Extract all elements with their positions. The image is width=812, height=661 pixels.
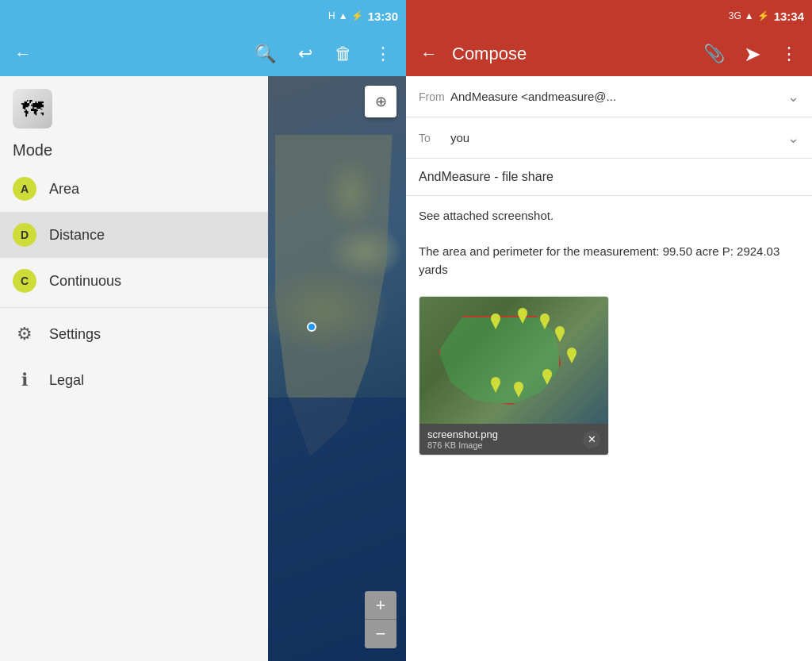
locate-me-button[interactable]: ⊕	[365, 86, 396, 117]
zoom-controls: + −	[365, 591, 396, 648]
distance-label: Distance	[49, 227, 105, 244]
right-panel: 3G ▲ ⚡ 13:34 ← Compose 📎 ➤ ⋮ From AndMea…	[406, 0, 812, 661]
right-status-icons: 3G ▲ ⚡	[729, 10, 769, 21]
logo-icon: 🗺	[21, 96, 44, 122]
signal-icon: ▲	[339, 10, 348, 21]
distance-badge: D	[13, 223, 36, 247]
attachment-footer: screenshot.png 876 KB Image ✕	[419, 424, 608, 455]
from-chevron-icon: ⌄	[787, 88, 799, 106]
signal-icon-right: ▲	[745, 10, 754, 21]
menu-item-legal[interactable]: ℹ Legal	[0, 357, 268, 403]
from-value: AndMeasure <andmeasure@...	[450, 90, 781, 103]
compose-back-button[interactable]: ←	[416, 39, 442, 69]
send-button[interactable]: ➤	[739, 37, 766, 71]
map-satellite-bg: ⊕ + −	[268, 76, 406, 661]
area-badge: A	[13, 177, 36, 201]
pin-7	[514, 388, 523, 398]
zoom-out-button[interactable]: −	[365, 620, 396, 648]
continuous-label: Continuous	[49, 273, 121, 290]
drawer-menu: 🗺 Mode A Area D Distance C	[0, 76, 268, 661]
left-panel: H ▲ ⚡ 13:30 ← 🔍 ↩ 🗑 ⋮ 🗺 Mode A	[0, 0, 406, 661]
more-button[interactable]: ⋮	[370, 39, 396, 69]
left-status-icons: H ▲ ⚡	[328, 10, 363, 21]
compose-more-button[interactable]: ⋮	[776, 39, 802, 69]
settings-label: Settings	[49, 326, 101, 343]
area-label: Area	[49, 181, 79, 198]
menu-item-continuous[interactable]: C Continuous	[0, 258, 268, 304]
compose-body: From AndMeasure <andmeasure@... ⌄ To you…	[406, 76, 812, 661]
pin-8	[491, 383, 500, 393]
settings-icon: ⚙	[13, 322, 36, 346]
battery-icon: ⚡	[351, 10, 363, 21]
to-value[interactable]: you	[450, 131, 781, 144]
left-toolbar: ← 🔍 ↩ 🗑 ⋮	[0, 32, 406, 76]
pin-2	[518, 314, 527, 324]
back-button[interactable]: ←	[10, 39, 36, 69]
right-statusbar: 3G ▲ ⚡ 13:34	[406, 0, 812, 32]
to-field[interactable]: To you ⌄	[406, 117, 812, 159]
wifi-icon: H	[328, 10, 335, 21]
menu-item-distance[interactable]: D Distance	[0, 212, 268, 258]
pin-1	[491, 320, 500, 329]
mode-section-title: Mode	[0, 135, 268, 166]
attachment-thumbnail	[419, 297, 608, 424]
to-label: To	[419, 132, 450, 144]
pin-4	[555, 332, 565, 342]
menu-item-area[interactable]: A Area	[0, 166, 268, 212]
map-position-dot	[307, 322, 316, 332]
legal-icon: ℹ	[13, 368, 36, 392]
zoom-in-button[interactable]: +	[365, 591, 396, 620]
attach-button[interactable]: 📎	[699, 39, 730, 69]
app-logo: 🗺	[13, 89, 52, 129]
right-time: 13:34	[774, 10, 804, 23]
compose-toolbar: ← Compose 📎 ➤ ⋮	[406, 32, 812, 76]
attachment-size: 876 KB Image	[427, 440, 498, 450]
subject-field[interactable]: AndMeasure - file share	[406, 159, 812, 196]
legal-label: Legal	[49, 372, 84, 389]
network-type: 3G	[729, 10, 741, 21]
attachment-filename: screenshot.png	[427, 428, 498, 440]
continuous-badge: C	[13, 269, 36, 293]
compose-title: Compose	[452, 44, 689, 64]
pin-6	[542, 375, 552, 385]
to-chevron-icon: ⌄	[787, 129, 799, 147]
search-button[interactable]: 🔍	[250, 39, 281, 69]
menu-item-settings[interactable]: ⚙ Settings	[0, 311, 268, 357]
map-view[interactable]: ⊕ + −	[268, 76, 406, 661]
pin-3	[540, 320, 550, 329]
locate-icon: ⊕	[375, 93, 387, 110]
undo-button[interactable]: ↩	[293, 39, 317, 69]
subject-value: AndMeasure - file share	[419, 170, 553, 183]
drawer-logo-area: 🗺	[0, 76, 268, 135]
battery-icon-right: ⚡	[757, 10, 769, 21]
attachment-info: screenshot.png 876 KB Image	[427, 428, 498, 450]
from-field[interactable]: From AndMeasure <andmeasure@... ⌄	[406, 76, 812, 117]
left-time: 13:30	[368, 10, 398, 23]
from-label: From	[419, 90, 450, 103]
left-statusbar: H ▲ ⚡ 13:30	[0, 0, 406, 32]
attachment-close-button[interactable]: ✕	[583, 431, 600, 448]
delete-button[interactable]: 🗑	[330, 39, 357, 69]
attachment-preview: screenshot.png 876 KB Image ✕	[419, 296, 609, 455]
body-text[interactable]: See attached screenshot.The area and per…	[406, 196, 812, 290]
menu-divider	[0, 307, 268, 308]
body-content: See attached screenshot.The area and per…	[419, 209, 779, 276]
pin-5	[567, 354, 576, 363]
